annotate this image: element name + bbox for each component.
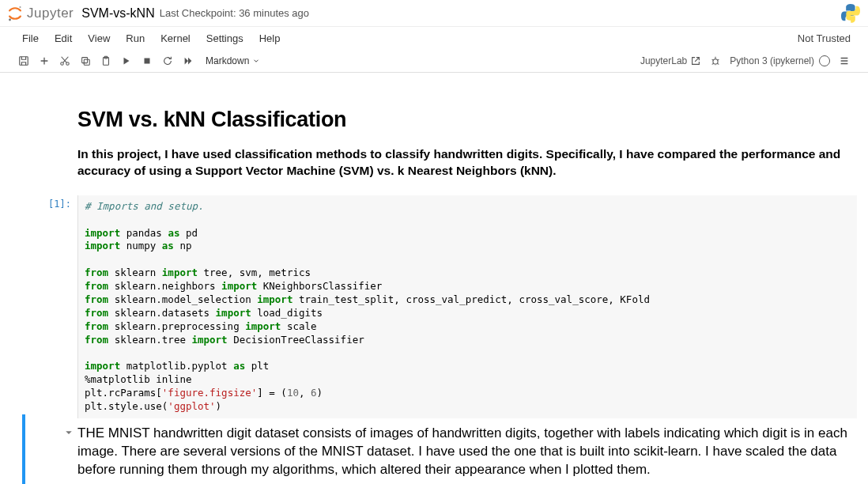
- cell-type-label: Markdown: [206, 55, 249, 66]
- h1-title: SVM vs. kNN Classification: [77, 108, 863, 132]
- jupyter-logo[interactable]: Jupyter: [6, 5, 74, 22]
- copy-button[interactable]: [76, 51, 95, 70]
- active-cell-indicator: [22, 414, 25, 484]
- jupyterlab-link[interactable]: JupyterLab: [640, 55, 701, 66]
- cell-prompt: [1]:: [22, 195, 77, 418]
- h3-subtitle: In this project, I have used classificat…: [77, 146, 863, 180]
- menubar: File Edit View Run Kernel Settings Help …: [0, 27, 868, 49]
- menu-toggle-button[interactable]: [835, 51, 854, 70]
- svg-point-4: [66, 62, 70, 65]
- cut-button[interactable]: [55, 51, 74, 70]
- checkpoint-text: Last Checkpoint: 36 minutes ago: [160, 7, 309, 19]
- run-button[interactable]: [117, 51, 136, 70]
- chevron-down-icon: [252, 57, 260, 65]
- menu-help[interactable]: Help: [251, 29, 289, 47]
- svg-rect-2: [20, 56, 28, 65]
- menu-kernel[interactable]: Kernel: [153, 29, 198, 47]
- paste-button[interactable]: [96, 51, 115, 70]
- logo-text: Jupyter: [27, 6, 74, 21]
- external-link-icon: [690, 55, 701, 66]
- svg-point-3: [61, 62, 64, 65]
- menu-edit[interactable]: Edit: [47, 29, 80, 47]
- markdown-body: THE MNIST handwritten digit dataset cons…: [77, 425, 857, 479]
- kernel-status-icon[interactable]: [819, 55, 830, 66]
- svg-rect-6: [84, 59, 89, 65]
- kernel-name[interactable]: Python 3 (ipykernel): [730, 55, 814, 66]
- code-content[interactable]: # Imports and setup. import pandas as pd…: [77, 195, 857, 418]
- svg-rect-9: [145, 58, 150, 63]
- trust-indicator[interactable]: Not Trusted: [798, 32, 854, 44]
- save-button[interactable]: [14, 51, 33, 70]
- markdown-cell[interactable]: SVM vs. kNN Classification In this proje…: [22, 84, 863, 192]
- restart-button[interactable]: [158, 51, 177, 70]
- notebook-area[interactable]: SVM vs. kNN Classification In this proje…: [0, 73, 868, 484]
- jupyter-icon: [6, 5, 24, 22]
- python-icon: [841, 4, 860, 23]
- collapse-toggle-icon[interactable]: [65, 428, 73, 439]
- stop-button[interactable]: [138, 51, 157, 70]
- svg-point-0: [19, 6, 21, 7]
- header: Jupyter SVM-vs-kNN Last Checkpoint: 36 m…: [0, 0, 868, 27]
- markdown-cell[interactable]: THE MNIST handwritten digit dataset cons…: [22, 425, 863, 479]
- svg-rect-5: [82, 57, 88, 62]
- debug-button[interactable]: [706, 51, 725, 70]
- code-cell[interactable]: [1]: # Imports and setup. import pandas …: [22, 195, 863, 418]
- menu-view[interactable]: View: [80, 29, 118, 47]
- notebook-name[interactable]: SVM-vs-kNN: [81, 6, 154, 21]
- restart-run-all-button[interactable]: [179, 51, 198, 70]
- svg-point-1: [9, 18, 11, 21]
- menu-file[interactable]: File: [14, 29, 47, 47]
- add-cell-button[interactable]: [35, 51, 54, 70]
- svg-point-10: [713, 59, 718, 63]
- cell-type-selector[interactable]: Markdown: [206, 55, 260, 66]
- menu-settings[interactable]: Settings: [198, 29, 251, 47]
- menu-run[interactable]: Run: [118, 29, 153, 47]
- toolbar: Markdown JupyterLab Python 3 (ipykernel): [0, 49, 868, 73]
